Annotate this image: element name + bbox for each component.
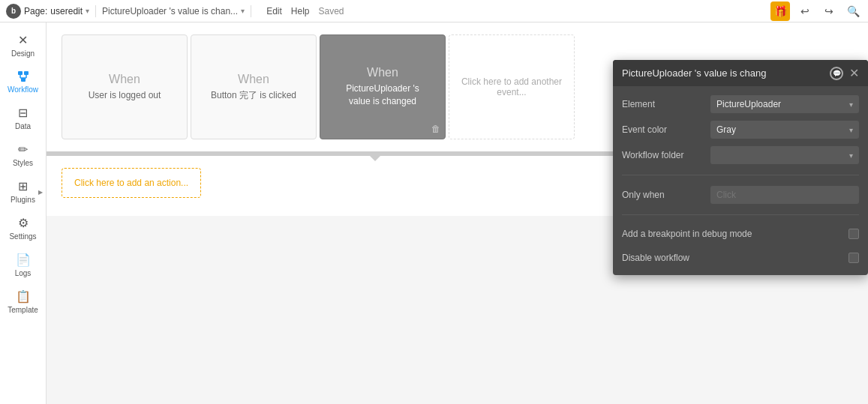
topbar-menu: Edit Help Saved (266, 6, 344, 16)
data-icon: ⊟ (18, 106, 28, 120)
template-icon: 📋 (16, 289, 31, 304)
sidebar-item-data[interactable]: ⊟ Data (0, 101, 46, 135)
disable-workflow-row: Disable workflow (622, 250, 859, 266)
edit-menu[interactable]: Edit (266, 6, 282, 16)
workflow-icon (17, 70, 30, 83)
breadcrumb-chevron-icon[interactable]: ▾ (241, 7, 245, 15)
comment-icon[interactable]: 💬 (830, 67, 843, 80)
panel-header-actions: 💬 ✕ (830, 66, 859, 80)
panel-close-icon[interactable]: ✕ (849, 66, 859, 80)
panel-overlay: PictureUploader 's value is chang 💬 ✕ El… (613, 60, 868, 275)
add-action-button[interactable]: Click here to add an action... (62, 168, 201, 198)
topbar: b Page: useredit ▾ PictureUploader 's va… (0, 0, 868, 22)
event-color-label: Event color (622, 124, 704, 135)
svg-rect-1 (24, 71, 29, 75)
disable-workflow-label: Disable workflow (622, 253, 689, 263)
only-when-row: Only when (622, 186, 859, 204)
element-select[interactable]: PictureUploader (710, 95, 859, 113)
workflow-folder-select[interactable] (710, 146, 859, 164)
help-menu[interactable]: Help (291, 6, 310, 16)
logs-icon: 📄 (16, 253, 31, 267)
sidebar-item-plugins[interactable]: ⊞ Plugins ▶ (0, 175, 46, 208)
event-color-select[interactable]: Gray (710, 121, 859, 139)
event-card-2[interactable]: When Button 完了 is clicked (191, 34, 317, 139)
sidebar-item-logs[interactable]: 📄 Logs (0, 248, 46, 282)
redo-button[interactable]: ↪ (820, 2, 838, 20)
design-label: Design (11, 49, 35, 58)
plugins-label: Plugins (11, 196, 35, 204)
topbar-divider-1 (95, 5, 96, 17)
workflow-label: Workflow (8, 85, 38, 94)
topbar-divider-2 (251, 5, 251, 17)
sidebar: ✕ Design Workflow ⊟ Data ✏ (0, 22, 47, 404)
breadcrumb[interactable]: PictureUploader 's value is chan... ▾ (102, 6, 245, 16)
event-card-1[interactable]: When User is logged out (62, 34, 188, 139)
panel-divider-1 (622, 175, 859, 175)
plugins-arrow-icon: ▶ (38, 188, 43, 195)
breadcrumb-text: PictureUploader 's value is chan... (102, 6, 238, 16)
add-event-card[interactable]: Click here to add another event... (449, 34, 575, 139)
panel-body: Element PictureUploader Event color Gr (613, 86, 868, 275)
event-1-when: When (109, 73, 140, 86)
page-label: Page: (24, 6, 47, 16)
add-event-label: Click here to add another event... (455, 76, 568, 97)
sidebar-item-workflow[interactable]: Workflow (0, 65, 46, 98)
sidebar-item-template[interactable]: 📋 Template (0, 285, 46, 319)
panel-header: PictureUploader 's value is chang 💬 ✕ (613, 60, 868, 86)
event-card-3[interactable]: When PictureUploader 'svalue is changed … (320, 34, 446, 139)
main-content: When User is logged out When Button 完了 i… (47, 22, 868, 404)
workflow-folder-label: Workflow folder (622, 150, 704, 160)
sidebar-item-styles[interactable]: ✏ Styles (0, 138, 46, 172)
only-when-label: Only when (622, 190, 704, 200)
panel-divider-2 (622, 214, 859, 215)
event-color-row: Event color Gray (622, 121, 859, 139)
event-config-panel: PictureUploader 's value is chang 💬 ✕ El… (613, 60, 868, 275)
logs-label: Logs (15, 269, 32, 277)
data-label: Data (15, 122, 31, 130)
event-2-when: When (238, 73, 269, 86)
saved-status: Saved (319, 6, 344, 16)
logo: b (6, 4, 21, 19)
styles-icon: ✏ (18, 142, 28, 157)
settings-label: Settings (9, 232, 36, 241)
event-1-desc: User is logged out (89, 89, 161, 102)
template-label: Template (8, 306, 38, 314)
breakpoint-checkbox[interactable] (848, 229, 859, 239)
event-2-desc: Button 完了 is clicked (211, 89, 296, 102)
sidebar-item-settings[interactable]: ⚙ Settings (0, 211, 46, 245)
search-button[interactable]: 🔍 (844, 2, 862, 20)
topbar-right: 🎁 ↩ ↪ 🔍 (770, 1, 862, 21)
event-3-desc: PictureUploader 'svalue is changed (346, 82, 419, 108)
breakpoint-label: Add a breakpoint in debug mode (622, 229, 752, 239)
svg-rect-0 (18, 71, 23, 75)
gift-icon[interactable]: 🎁 (770, 1, 790, 21)
layout: ✕ Design Workflow ⊟ Data ✏ (0, 22, 868, 404)
page-name: useredit (50, 6, 83, 16)
event-3-delete-icon[interactable]: 🗑 (431, 124, 440, 134)
event-color-select-wrap[interactable]: Gray (710, 121, 859, 139)
styles-label: Styles (13, 159, 33, 167)
page-selector[interactable]: Page: useredit ▾ (24, 6, 89, 16)
breakpoint-row: Add a breakpoint in debug mode (622, 226, 859, 242)
sidebar-item-design[interactable]: ✕ Design (0, 28, 46, 62)
panel-title: PictureUploader 's value is chang (622, 67, 767, 79)
design-icon: ✕ (18, 33, 28, 47)
plugins-icon: ⊞ (18, 179, 28, 193)
add-action-label: Click here to add an action... (74, 178, 188, 188)
element-select-wrap[interactable]: PictureUploader (710, 95, 859, 113)
settings-icon: ⚙ (18, 216, 29, 230)
element-row: Element PictureUploader (622, 95, 859, 113)
element-label: Element (622, 99, 704, 109)
undo-button[interactable]: ↩ (796, 2, 814, 20)
event-3-when: When (367, 66, 398, 79)
only-when-input[interactable] (710, 186, 859, 204)
disable-workflow-checkbox[interactable] (848, 253, 859, 263)
workflow-folder-select-wrap[interactable] (710, 146, 859, 164)
page-chevron-icon[interactable]: ▾ (86, 7, 89, 15)
workflow-folder-row: Workflow folder (622, 146, 859, 164)
separator-arrow (368, 154, 383, 161)
